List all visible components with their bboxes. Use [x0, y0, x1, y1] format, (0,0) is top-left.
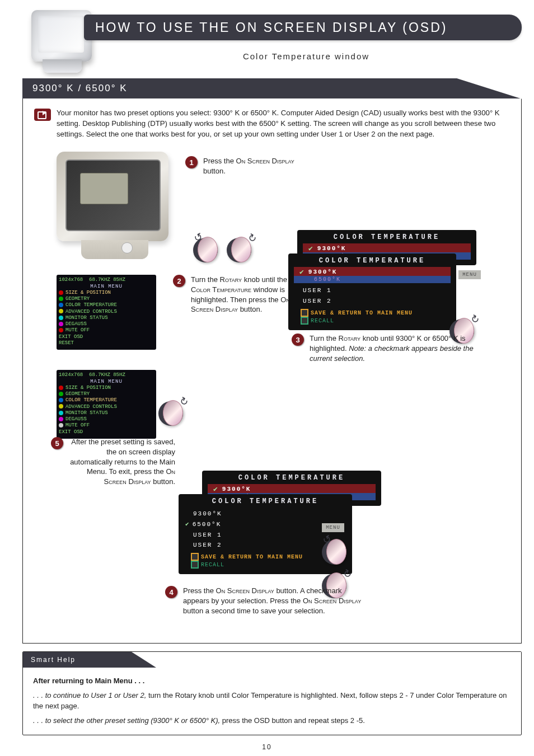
header-banner: How to Use the On Screen Display (OSD)	[84, 15, 522, 40]
section-tab-bar: 9300° K / 6500° K	[22, 78, 522, 98]
header-title: How to Use the On Screen Display (OSD)	[95, 20, 447, 35]
rotary-knob-icon: ↻	[224, 236, 254, 265]
step-5-badge: 5	[51, 437, 63, 449]
step-1-text: Press the On Screen Display button.	[203, 156, 315, 176]
intro-text: Your monitor has two preset options you …	[57, 107, 510, 139]
menu-side-label: MENU	[458, 270, 481, 279]
monitor-illustration-large	[57, 146, 174, 269]
osd-main-menu-default: 1024x768 68.7KHZ 85HZ MAIN MENU SIZE & P…	[57, 275, 156, 350]
step-4-text: Press the On Screen Display button. A ch…	[183, 586, 362, 616]
rotary-knob-icon: ↺	[191, 236, 220, 265]
step-2: 2 Turn the Rotary knob until the Color T…	[173, 275, 303, 314]
step-1: 1 Press the On Screen Display button.	[185, 156, 315, 176]
step-3-badge: 3	[292, 334, 304, 346]
smart-help-lead: After returning to Main Menu . . .	[33, 675, 511, 687]
smart-help-title: Smart Help	[31, 656, 76, 664]
rotary-knob-icon: ↺	[320, 538, 349, 567]
step-5-text: After the preset setting is saved, the o…	[69, 437, 175, 486]
step-2-badge: 2	[173, 275, 185, 287]
step-3-text: Turn the Rotary knob until 9300° K or 65…	[310, 334, 476, 363]
step-3: 3 Turn the Rotary knob until 9300° K or …	[292, 334, 476, 363]
steps-diagram: 1 Press the On Screen Display button. ↺ …	[34, 146, 510, 633]
step-1-badge: 1	[185, 156, 198, 168]
intro-paragraph: Your monitor has two preset options you …	[34, 107, 510, 139]
intro-bullet-icon	[34, 109, 51, 121]
section-body: Your monitor has two preset options you …	[22, 98, 522, 644]
smart-help-line-2: . . . to select the other preset setting…	[33, 715, 511, 726]
step-4: 4 Press the On Screen Display button. A …	[165, 586, 367, 616]
section-tab-title: 9300° K / 6500° K	[22, 83, 128, 94]
step-5: 5 After the preset setting is saved, the…	[51, 437, 180, 486]
rotary-knob-icon: ↻	[156, 399, 185, 428]
color-temp-panel-front: COLOR TEMPERATURE ✔9300°K 6500°K USER 1 …	[288, 253, 456, 330]
header-subtitle: Color Temperature window	[112, 51, 500, 61]
menu-side-label: MENU	[322, 523, 344, 532]
smart-help-line-1: . . . to continue to User 1 or User 2, t…	[33, 690, 511, 712]
smart-help-box: Smart Help After returning to Main Menu …	[22, 651, 522, 735]
step-4-badge: 4	[165, 586, 177, 598]
smart-help-body: After returning to Main Menu . . . . . .…	[23, 668, 521, 735]
page-header: How to Use the On Screen Display (OSD) C…	[0, 0, 534, 78]
osd-main-menu-colortemp: 1024x768 68.7KHZ 85HZ MAIN MENU SIZE & P…	[57, 370, 156, 439]
section-container: 9300° K / 6500° K Your monitor has two p…	[22, 78, 522, 644]
page-number: 10	[0, 743, 534, 751]
smart-help-tab: Smart Help	[23, 652, 132, 668]
step-2-text: Turn the Rotary knob until the Color Tem…	[191, 275, 303, 314]
